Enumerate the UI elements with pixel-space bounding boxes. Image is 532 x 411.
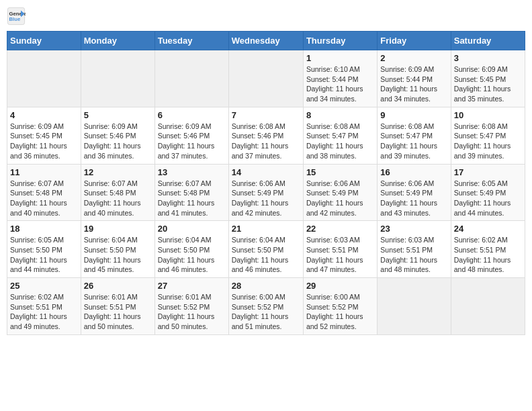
day-info: Sunrise: 6:08 AMSunset: 5:47 PMDaylight:…: [306, 122, 374, 161]
day-info: Sunrise: 6:08 AMSunset: 5:47 PMDaylight:…: [380, 122, 447, 161]
calendar-cell: 11Sunrise: 6:07 AMSunset: 5:48 PMDayligh…: [7, 164, 81, 221]
calendar-cell: 20Sunrise: 6:04 AMSunset: 5:50 PMDayligh…: [154, 221, 228, 278]
calendar-week-0: 1Sunrise: 6:10 AMSunset: 5:44 PMDaylight…: [7, 50, 525, 107]
logo-icon: General Blue: [7, 7, 26, 26]
day-number: 29: [306, 281, 374, 291]
calendar-cell: 17Sunrise: 6:05 AMSunset: 5:49 PMDayligh…: [451, 164, 525, 221]
day-number: 14: [232, 167, 300, 177]
day-info: Sunrise: 6:05 AMSunset: 5:50 PMDaylight:…: [10, 235, 78, 275]
day-number: 3: [454, 53, 522, 63]
day-number: 13: [158, 167, 226, 177]
calendar-cell: [81, 50, 154, 107]
calendar-cell: 2Sunrise: 6:09 AMSunset: 5:44 PMDaylight…: [378, 50, 451, 107]
calendar-cell: 12Sunrise: 6:07 AMSunset: 5:48 PMDayligh…: [81, 164, 154, 221]
calendar-table: SundayMondayTuesdayWednesdayThursdayFrid…: [7, 31, 525, 335]
calendar-cell: 3Sunrise: 6:09 AMSunset: 5:45 PMDaylight…: [451, 50, 525, 107]
day-info: Sunrise: 6:09 AMSunset: 5:44 PMDaylight:…: [380, 64, 447, 104]
calendar-cell: 28Sunrise: 6:00 AMSunset: 5:52 PMDayligh…: [228, 278, 303, 335]
calendar-cell: 14Sunrise: 6:06 AMSunset: 5:49 PMDayligh…: [228, 164, 303, 221]
day-info: Sunrise: 6:10 AMSunset: 5:44 PMDaylight:…: [306, 64, 374, 104]
day-info: Sunrise: 6:00 AMSunset: 5:52 PMDaylight:…: [232, 292, 300, 332]
day-number: 17: [454, 167, 522, 177]
day-info: Sunrise: 6:06 AMSunset: 5:49 PMDaylight:…: [232, 179, 300, 218]
calendar-cell: 8Sunrise: 6:08 AMSunset: 5:47 PMDaylight…: [303, 107, 377, 164]
day-number: 19: [84, 224, 152, 234]
day-number: 28: [232, 281, 300, 291]
calendar-cell: 26Sunrise: 6:01 AMSunset: 5:51 PMDayligh…: [81, 278, 154, 335]
calendar-cell: 27Sunrise: 6:01 AMSunset: 5:52 PMDayligh…: [154, 278, 228, 335]
calendar-header-row: SundayMondayTuesdayWednesdayThursdayFrid…: [7, 32, 525, 50]
day-number: 5: [84, 110, 152, 120]
day-number: 27: [158, 281, 226, 291]
calendar-cell: 18Sunrise: 6:05 AMSunset: 5:50 PMDayligh…: [7, 221, 81, 278]
calendar-cell: [228, 50, 303, 107]
day-info: Sunrise: 6:01 AMSunset: 5:51 PMDaylight:…: [84, 292, 152, 332]
calendar-cell: 4Sunrise: 6:09 AMSunset: 5:45 PMDaylight…: [7, 107, 81, 164]
header-tuesday: Tuesday: [154, 32, 228, 50]
day-info: Sunrise: 6:09 AMSunset: 5:46 PMDaylight:…: [84, 122, 152, 161]
day-info: Sunrise: 6:09 AMSunset: 5:45 PMDaylight:…: [10, 122, 78, 161]
day-number: 23: [380, 224, 447, 234]
calendar-cell: 29Sunrise: 6:00 AMSunset: 5:52 PMDayligh…: [303, 278, 377, 335]
day-number: 1: [306, 53, 374, 63]
day-number: 25: [10, 281, 78, 291]
day-info: Sunrise: 6:01 AMSunset: 5:52 PMDaylight:…: [158, 292, 226, 332]
calendar-cell: 21Sunrise: 6:04 AMSunset: 5:50 PMDayligh…: [228, 221, 303, 278]
header-sunday: Sunday: [7, 32, 81, 50]
day-info: Sunrise: 6:06 AMSunset: 5:49 PMDaylight:…: [380, 179, 447, 218]
day-info: Sunrise: 6:07 AMSunset: 5:48 PMDaylight:…: [84, 179, 152, 218]
header-thursday: Thursday: [303, 32, 377, 50]
day-info: Sunrise: 6:00 AMSunset: 5:52 PMDaylight:…: [306, 292, 374, 332]
day-number: 15: [306, 167, 374, 177]
calendar-cell: 6Sunrise: 6:09 AMSunset: 5:46 PMDaylight…: [154, 107, 228, 164]
day-info: Sunrise: 6:08 AMSunset: 5:47 PMDaylight:…: [454, 122, 522, 161]
header-wednesday: Wednesday: [228, 32, 303, 50]
day-info: Sunrise: 6:03 AMSunset: 5:51 PMDaylight:…: [306, 235, 374, 275]
calendar-week-2: 11Sunrise: 6:07 AMSunset: 5:48 PMDayligh…: [7, 164, 525, 221]
day-number: 9: [380, 110, 447, 120]
day-info: Sunrise: 6:07 AMSunset: 5:48 PMDaylight:…: [10, 179, 78, 218]
day-info: Sunrise: 6:02 AMSunset: 5:51 PMDaylight:…: [454, 235, 522, 275]
header-friday: Friday: [378, 32, 451, 50]
day-info: Sunrise: 6:09 AMSunset: 5:45 PMDaylight:…: [454, 64, 522, 104]
page-header: General Blue: [7, 7, 525, 26]
calendar-cell: 22Sunrise: 6:03 AMSunset: 5:51 PMDayligh…: [303, 221, 377, 278]
day-number: 2: [380, 53, 447, 63]
day-number: 6: [158, 110, 226, 120]
day-number: 22: [306, 224, 374, 234]
header-saturday: Saturday: [451, 32, 525, 50]
calendar-week-1: 4Sunrise: 6:09 AMSunset: 5:45 PMDaylight…: [7, 107, 525, 164]
day-number: 18: [10, 224, 78, 234]
day-info: Sunrise: 6:09 AMSunset: 5:46 PMDaylight:…: [158, 122, 226, 161]
day-number: 7: [232, 110, 300, 120]
day-info: Sunrise: 6:06 AMSunset: 5:49 PMDaylight:…: [306, 179, 374, 218]
calendar-cell: 23Sunrise: 6:03 AMSunset: 5:51 PMDayligh…: [378, 221, 451, 278]
day-info: Sunrise: 6:05 AMSunset: 5:49 PMDaylight:…: [454, 179, 522, 218]
day-number: 8: [306, 110, 374, 120]
calendar-cell: 16Sunrise: 6:06 AMSunset: 5:49 PMDayligh…: [378, 164, 451, 221]
calendar-cell: 5Sunrise: 6:09 AMSunset: 5:46 PMDaylight…: [81, 107, 154, 164]
calendar-cell: [378, 278, 451, 335]
calendar-cell: 10Sunrise: 6:08 AMSunset: 5:47 PMDayligh…: [451, 107, 525, 164]
calendar-cell: 9Sunrise: 6:08 AMSunset: 5:47 PMDaylight…: [378, 107, 451, 164]
calendar-cell: 24Sunrise: 6:02 AMSunset: 5:51 PMDayligh…: [451, 221, 525, 278]
day-info: Sunrise: 6:04 AMSunset: 5:50 PMDaylight:…: [158, 235, 226, 275]
day-number: 12: [84, 167, 152, 177]
day-number: 16: [380, 167, 447, 177]
calendar-week-4: 25Sunrise: 6:02 AMSunset: 5:51 PMDayligh…: [7, 278, 525, 335]
day-number: 26: [84, 281, 152, 291]
day-info: Sunrise: 6:04 AMSunset: 5:50 PMDaylight:…: [84, 235, 152, 275]
day-info: Sunrise: 6:04 AMSunset: 5:50 PMDaylight:…: [232, 235, 300, 275]
calendar-cell: 15Sunrise: 6:06 AMSunset: 5:49 PMDayligh…: [303, 164, 377, 221]
calendar-cell: 13Sunrise: 6:07 AMSunset: 5:48 PMDayligh…: [154, 164, 228, 221]
calendar-cell: 19Sunrise: 6:04 AMSunset: 5:50 PMDayligh…: [81, 221, 154, 278]
day-number: 24: [454, 224, 522, 234]
calendar-cell: [154, 50, 228, 107]
header-monday: Monday: [81, 32, 154, 50]
svg-text:Blue: Blue: [9, 16, 21, 22]
day-number: 11: [10, 167, 78, 177]
calendar-cell: 1Sunrise: 6:10 AMSunset: 5:44 PMDaylight…: [303, 50, 377, 107]
logo: General Blue: [7, 7, 28, 26]
calendar-cell: [451, 278, 525, 335]
calendar-week-3: 18Sunrise: 6:05 AMSunset: 5:50 PMDayligh…: [7, 221, 525, 278]
